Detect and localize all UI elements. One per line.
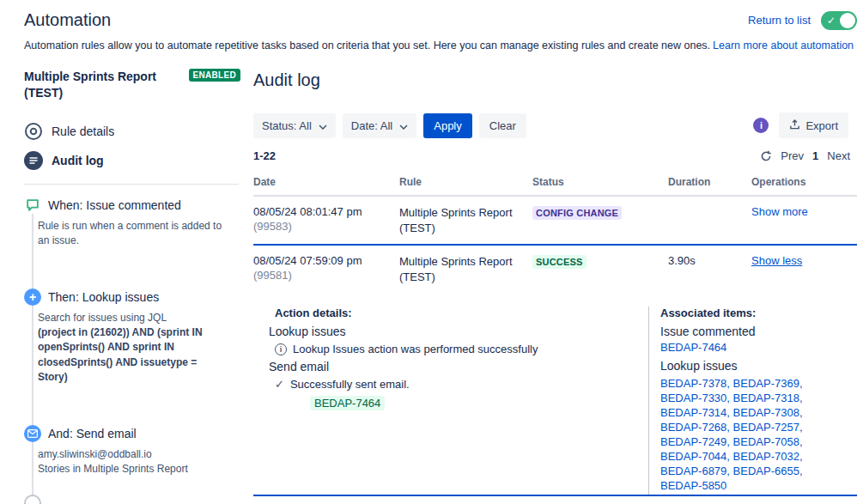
send-email-status-message: Successfully sent email. [290,378,410,391]
issue-link[interactable]: BEDAP-7308 [733,406,799,419]
issue-link[interactable]: BEDAP-7318 [733,392,799,404]
issue-link[interactable]: BEDAP-7044 [660,450,726,463]
log-id: (99583) [253,220,399,233]
log-status-cell: SUCCESS [532,254,668,284]
lookup-issues-heading: Lookup issues [269,325,648,339]
step-then-title: Then: Lookup issues [48,290,159,304]
page-description: Automation rules allow you to automate r… [24,39,854,52]
rule-name: Multiple Sprints Report (TEST) [24,69,177,101]
sidebar-item-rule-details[interactable]: Rule details [24,122,240,141]
rule-nav: Rule details Audit log [24,122,240,170]
email-icon [24,425,41,442]
status-badge: SUCCESS [532,255,587,269]
refresh-icon[interactable] [760,150,772,162]
rule-enabled-toggle[interactable]: ✓ [821,11,857,30]
learn-more-link[interactable]: Learn more about automation [713,39,854,52]
column-header-status: Status [532,176,668,188]
show-less-link[interactable]: Show less [751,254,802,267]
pager: Prev 1 Next [760,149,857,162]
column-header-operations: Operations [751,176,857,188]
check-icon: ✓ [827,14,836,27]
log-rule: Multiple Sprints Report (TEST) [399,254,528,284]
header-actions: Return to list ✓ [748,11,857,30]
issue-link[interactable]: BEDAP-7032 [733,450,799,463]
email-subject: Stories in Multiple Sprints Report [38,462,227,477]
return-to-list-link[interactable]: Return to list [748,14,811,27]
export-icon [789,118,800,132]
rule-details-label: Rule details [52,124,114,138]
step-then-lookup-issues[interactable]: + Then: Lookup issues Search for issues … [24,288,240,386]
audit-log-title: Audit log [253,70,857,90]
clear-button[interactable]: Clear [479,113,526,138]
issue-commented-heading: Issue commented [660,325,857,339]
audit-log-icon [24,151,43,170]
issue-link[interactable]: BEDAP-7330 [660,392,726,404]
action-details-title: Action details: [275,307,648,320]
plus-glyph: + [29,291,36,303]
current-page[interactable]: 1 [812,149,818,162]
log-operations-cell: Show less [751,254,857,284]
issue-link[interactable]: BEDAP-7314 [660,406,726,419]
jql-query: (project in (21602)) AND (sprint IN open… [38,325,227,386]
issue-link[interactable]: BEDAP-7268 [660,421,726,434]
info-icon[interactable]: i [753,118,769,133]
log-date: 08/05/24 08:01:47 pm [253,205,399,218]
success-check-icon: ✓ [275,378,284,391]
audit-log-label: Audit log [52,154,104,167]
show-more-link[interactable]: Show more [751,205,808,218]
table-header-row: Date Rule Status Duration Operations [253,173,857,197]
issue-link[interactable]: BEDAP-6879 [660,465,726,477]
log-rule: Multiple Sprints Report (TEST) [399,205,528,235]
filter-right-actions: i Export [753,112,857,138]
log-status-cell: CONFIG CHANGE [532,205,668,235]
issue-link[interactable]: BEDAP-7464 [660,341,726,355]
log-duration [668,205,751,235]
issue-link[interactable]: BEDAP-7058 [733,435,799,448]
plus-icon: + [24,288,41,306]
associated-items-section: Associated items: Issue commented BEDAP-… [648,307,857,495]
chevron-down-icon [399,119,408,132]
log-detail-panel: Action details: Lookup issues i Lookup I… [253,293,857,496]
issue-link[interactable]: BEDAP-6655 [733,465,799,477]
page-header: Automation Return to list ✓ [24,10,857,30]
page-title: Automation [24,10,111,30]
date-filter-dropdown[interactable]: Date: All [343,113,416,138]
chevron-down-icon [319,119,327,132]
issue-link[interactable]: BEDAP-7378 [660,377,726,390]
issue-link[interactable]: BEDAP-7369 [733,377,799,390]
status-filter-dropdown[interactable]: Status: All [253,113,336,138]
toggle-knob [840,13,855,28]
next-page-button[interactable]: Next [827,149,850,162]
comment-icon [24,197,41,214]
date-filter-label: Date: All [351,119,392,132]
status-filter-label: Status: All [262,119,312,132]
rule-details-icon [24,122,43,141]
export-button[interactable]: Export [779,112,848,138]
info-circle-icon: i [275,343,287,355]
audit-log-panel: Audit log Status: All Date: All Apply Cl… [253,70,857,496]
step-and-send-email[interactable]: And: Send email amy.sliwinski@oddball.io… [24,425,240,477]
table-row: 08/05/24 07:59:09 pm (99581) Multiple Sp… [253,246,857,293]
log-duration: 3.90s [668,254,751,284]
apply-button[interactable]: Apply [423,113,472,138]
lookup-status-line: i Lookup Issues action was performed suc… [275,343,648,355]
enabled-badge: ENABLED [189,69,240,82]
column-header-date: Date [253,176,399,188]
filter-bar: Status: All Date: All Apply Clear i Expo… [253,112,857,138]
issue-link[interactable]: BEDAP-5850 [660,479,726,492]
step-when-issue-commented[interactable]: When: Issue commented Rule is run when a… [24,197,240,249]
log-id: (99581) [253,269,399,282]
description-text: Automation rules allow you to automate r… [24,39,710,52]
issue-link[interactable]: BEDAP-7257 [733,421,799,434]
sidebar-divider [24,184,239,185]
automation-page: Automation Return to list ✓ Automation r… [0,0,857,504]
pagination-bar: 1-22 Prev 1 Next [253,149,857,162]
send-email-heading: Send email [269,360,648,374]
issue-link[interactable]: BEDAP-7249 [660,435,726,448]
step-and-title: And: Send email [48,427,137,440]
sidebar-item-audit-log[interactable]: Audit log [24,151,240,170]
table-row: 08/05/24 08:01:47 pm (99583) Multiple Sp… [253,197,857,246]
lookup-status-message: Lookup Issues action was performed succe… [293,343,538,355]
prev-page-button[interactable]: Prev [781,149,804,162]
recipient-email: amy.sliwinski@oddball.io [38,447,227,462]
